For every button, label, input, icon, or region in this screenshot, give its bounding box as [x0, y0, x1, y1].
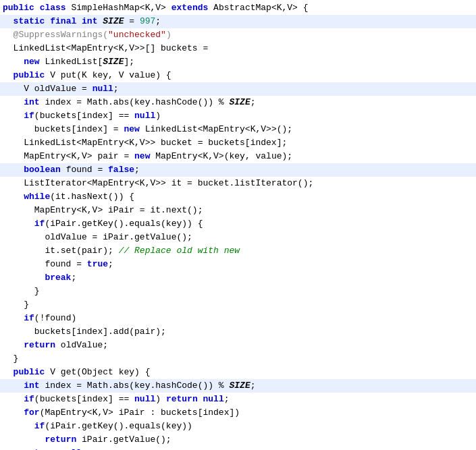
line-content: it.set(pair); // Replace old with new — [3, 244, 471, 258]
token-kw: boolean — [24, 165, 61, 175]
token-kw: if — [24, 313, 34, 323]
line-content: MapEntry<K,V> pair = new MapEntry<K,V>(k… — [3, 150, 471, 163]
token-kw: if — [24, 394, 34, 404]
token-kw: null — [134, 394, 155, 404]
line-content: oldValue = iPair.getValue(); — [3, 231, 471, 244]
code-line: public V get(Object key) { — [0, 366, 476, 379]
line-content: V oldValue = null; — [3, 82, 471, 96]
code-line: if(buckets[index] == null) — [0, 109, 476, 123]
code-line: new LinkedList[SIZE]; — [0, 55, 476, 69]
token-kw: final — [50, 16, 76, 26]
token-nm: ; — [224, 394, 230, 404]
code-line: if(!found) — [0, 312, 476, 325]
code-line: oldValue = iPair.getValue(); — [0, 231, 476, 244]
line-content: if(iPair.getKey().equals(key)) { — [3, 217, 471, 231]
token-nm: oldValue = iPair.getValue(); — [3, 232, 192, 242]
token-nm: ; — [250, 97, 256, 107]
token-nm: V oldValue = — [3, 84, 92, 94]
line-content: boolean found = false; — [3, 163, 471, 177]
token-kw: while — [24, 192, 50, 202]
token-nm: } — [3, 300, 29, 310]
token-nm: it.set(pair); — [3, 246, 119, 256]
code-line: public class SimpleHashMap<K,V> extends … — [0, 1, 476, 15]
line-content: new LinkedList[SIZE]; — [3, 55, 471, 69]
line-content: public class SimpleHashMap<K,V> extends … — [3, 1, 471, 15]
code-line: for(MapEntry<K,V> iPair : buckets[index]… — [0, 406, 476, 420]
token-nm: = — [124, 16, 140, 26]
token-str: "unchecked" — [108, 30, 166, 40]
token-nm: (iPair.getKey().equals(key)) { — [45, 219, 203, 229]
code-line: } — [0, 285, 476, 298]
token-nm: LinkedList<MapEntry<K,V>>(); — [140, 124, 292, 134]
token-nm: LinkedList<MapEntry<K,V>> bucket = bucke… — [3, 138, 287, 148]
token-nm: (iPair.getKey().equals(key)) — [45, 421, 192, 431]
line-content: LinkedList<MapEntry<K,V>>[] buckets = — [3, 42, 471, 55]
token-kw: int — [24, 381, 39, 391]
code-line: public V put(K key, V value) { — [0, 69, 476, 82]
line-content: found = true; — [3, 258, 471, 271]
line-content: if(iPair.getKey().equals(key)) — [3, 420, 471, 433]
token-nm — [3, 70, 14, 80]
line-content: return iPair.getValue(); — [3, 433, 471, 447]
token-nm — [76, 16, 82, 26]
code-line: boolean found = false; — [0, 163, 476, 177]
token-nm: buckets[index].add(pair); — [3, 327, 166, 337]
code-line: LinkedList<MapEntry<K,V>> bucket = bucke… — [0, 136, 476, 150]
token-kw: public — [14, 70, 45, 80]
token-kw: return — [166, 394, 198, 404]
line-content: @SuppressWarnings("unchecked") — [3, 28, 471, 42]
token-kw: if — [34, 421, 45, 431]
code-line: static final int SIZE = 997; — [0, 15, 476, 28]
token-kw: false — [108, 165, 134, 175]
token-num: 997 — [140, 16, 155, 26]
code-line: while(it.hasNext()) { — [0, 190, 476, 204]
token-kw: break — [3, 273, 71, 283]
token-kw: class — [40, 3, 66, 13]
token-nm — [3, 16, 14, 26]
line-content: int index = Math.abs(key.hashCode()) % S… — [3, 379, 471, 393]
token-nm — [3, 394, 24, 404]
token-nm: buckets[index] = — [3, 124, 124, 134]
line-content: } — [3, 352, 471, 366]
token-nm: ; — [155, 16, 161, 26]
token-italic-bold: SIZE — [103, 57, 124, 67]
code-editor: public class SimpleHashMap<K,V> extends … — [0, 0, 476, 450]
line-content: static final int SIZE = 997; — [3, 15, 471, 28]
code-line: LinkedList<MapEntry<K,V>>[] buckets = — [0, 42, 476, 55]
token-nm: index = Math.abs(key.hashCode()) % — [40, 97, 230, 107]
token-nm — [3, 407, 24, 418]
line-content: if(buckets[index] == null) — [3, 109, 471, 123]
token-nm: (buckets[index] == — [34, 111, 134, 121]
token-kw: public — [3, 3, 34, 13]
token-nm — [3, 367, 14, 377]
code-line: break; — [0, 271, 476, 285]
token-nm: index = Math.abs(key.hashCode()) % — [40, 381, 230, 391]
token-nm: MapEntry<K,V> pair = — [3, 151, 134, 161]
line-content: LinkedList<MapEntry<K,V>> bucket = bucke… — [3, 136, 471, 150]
code-line: @SuppressWarnings("unchecked") — [0, 28, 476, 42]
line-content: buckets[index] = new LinkedList<MapEntry… — [3, 123, 471, 136]
code-line: buckets[index] = new LinkedList<MapEntry… — [0, 123, 476, 136]
code-line: } — [0, 298, 476, 312]
token-nm: SimpleHashMap<K,V> — [66, 3, 171, 13]
line-content: while(it.hasNext()) { — [3, 190, 471, 204]
token-kw: new — [134, 151, 150, 161]
token-nm: ) — [155, 394, 166, 404]
token-nm: ListIterator<MapEntry<K,V>> it = bucket.… — [3, 178, 313, 188]
token-nm: ]; — [124, 57, 134, 67]
token-italic-bold: SIZE — [103, 16, 124, 26]
token-nm: (MapEntry<K,V> iPair : buckets[index]) — [40, 407, 240, 418]
token-cmt: // Replace old with new — [119, 246, 240, 256]
token-annotation: @SuppressWarnings( — [14, 30, 108, 40]
line-content: } — [3, 298, 471, 312]
code-line: V oldValue = null; — [0, 82, 476, 96]
code-line: if(iPair.getKey().equals(key)) { — [0, 217, 476, 231]
code-line: it.set(pair); // Replace old with new — [0, 244, 476, 258]
token-nm — [3, 381, 24, 391]
token-kw: int — [24, 97, 39, 107]
line-content: break; — [3, 271, 471, 285]
token-nm — [3, 219, 34, 229]
token-nm: found = — [61, 165, 108, 175]
token-nm: ; — [134, 165, 140, 175]
token-nm: ; — [71, 273, 76, 283]
